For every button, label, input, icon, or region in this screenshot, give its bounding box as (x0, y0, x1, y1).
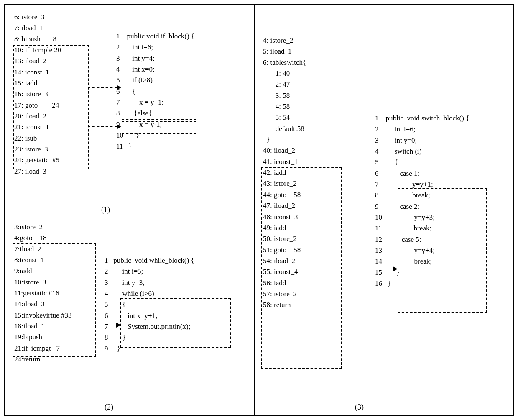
panel-1-if-block: 6: istore_3 7: iload_1 8: bipush 8 10: i… (5, 5, 254, 218)
panel3-source: 1 public void switch_block() { 2 int i=6… (375, 113, 469, 289)
panel2-source: 1 public void while_block() { 2 int i=5;… (105, 255, 194, 354)
left-column: 6: istore_3 7: iload_1 8: bipush 8 10: i… (5, 5, 255, 415)
figure-container: 6: istore_3 7: iload_1 8: bipush 8 10: i… (4, 4, 514, 416)
panel-2-while-block: 3:istore_2 4:goto 18 7:iload_2 8:iconst_… (5, 218, 254, 415)
panel3-bytecode: 4: istore_2 5: iload_1 6: tableswitch{ 1… (263, 35, 306, 311)
panel3-caption: (3) (355, 403, 364, 412)
panel2-bytecode: 3:istore_2 4:goto 18 7:iload_2 8:iconst_… (14, 222, 71, 365)
panel-3-switch-block: 4: istore_2 5: iload_1 6: tableswitch{ 1… (255, 5, 513, 415)
panel2-caption: (2) (105, 403, 113, 412)
panel1-bytecode: 6: istore_3 7: iload_1 8: bipush 8 10: i… (14, 12, 61, 177)
panel1-source: 1 public void if_block() { 2 int i=6; 3 … (116, 31, 194, 152)
panel1-caption: (1) (101, 205, 110, 214)
